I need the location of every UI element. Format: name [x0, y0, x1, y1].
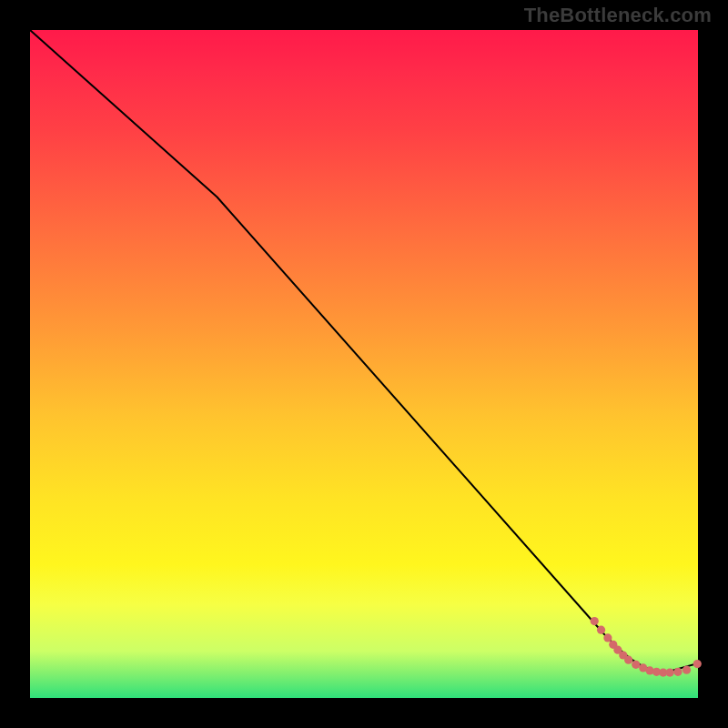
plot-area [30, 30, 698, 698]
chart-overlay-svg [30, 30, 698, 698]
curve-line [30, 30, 698, 672]
svg-point-13 [673, 668, 682, 676]
watermark-text: TheBottleneck.com [524, 4, 712, 27]
svg-point-14 [682, 666, 691, 674]
svg-point-15 [693, 660, 702, 668]
svg-point-1 [597, 626, 605, 634]
svg-point-12 [666, 669, 674, 677]
svg-point-6 [624, 656, 632, 664]
marker-dots [591, 617, 702, 677]
chart-frame: TheBottleneck.com [0, 0, 728, 728]
svg-point-0 [591, 617, 599, 625]
svg-point-7 [632, 661, 640, 669]
svg-point-2 [603, 633, 612, 642]
